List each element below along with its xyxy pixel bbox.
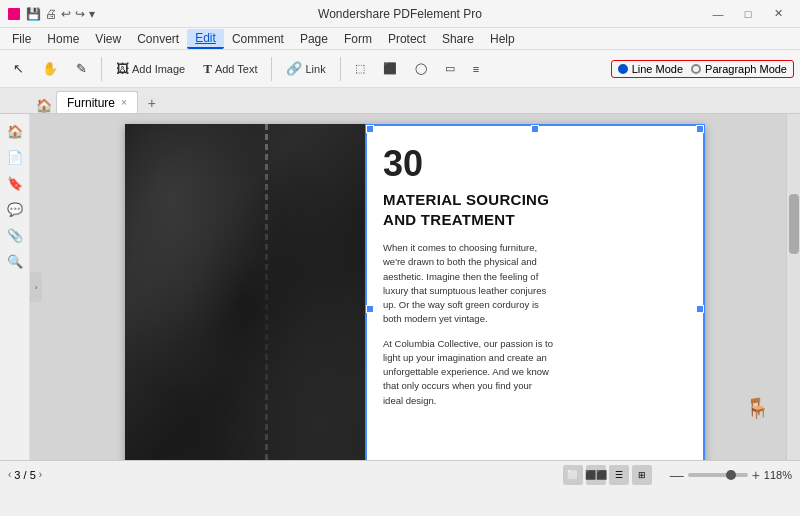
bates-icon: ≡ xyxy=(473,63,479,75)
search-sidebar-icon[interactable]: 🔍 xyxy=(4,250,26,272)
menu-page[interactable]: Page xyxy=(292,30,336,48)
add-image-label: Add Image xyxy=(132,63,185,75)
sep1 xyxy=(101,57,102,81)
crop-icon: ⬚ xyxy=(355,62,365,75)
redo-icon[interactable]: ↪ xyxy=(75,7,85,21)
add-text-label: Add Text xyxy=(215,63,258,75)
page-separator: / xyxy=(24,469,27,481)
zoom-level-label: 118% xyxy=(764,469,792,481)
menu-protect[interactable]: Protect xyxy=(380,30,434,48)
prev-page-button[interactable]: ‹ xyxy=(8,469,11,480)
menu-form[interactable]: Form xyxy=(336,30,380,48)
home-tab-icon: 🏠 xyxy=(36,98,52,113)
bookmarks-sidebar-icon[interactable]: 🔖 xyxy=(4,172,26,194)
bates-button[interactable]: ≡ xyxy=(466,59,486,79)
link-label: Link xyxy=(305,63,325,75)
single-page-view-button[interactable]: ⬜ xyxy=(563,465,583,485)
page-body-1: When it comes to choosing furniture, we'… xyxy=(383,241,687,327)
title-bar: 💾 🖨 ↩ ↪ ▾ Wondershare PDFelement Pro — □… xyxy=(0,0,800,28)
page-heading: MATERIAL SOURCING AND TREATMENT xyxy=(383,190,687,229)
chair-cursor-icon: 🪑 xyxy=(745,396,770,420)
paragraph-mode-radio[interactable] xyxy=(691,64,701,74)
two-page-view-button[interactable]: ⬛⬛ xyxy=(586,465,606,485)
menu-edit[interactable]: Edit xyxy=(187,29,224,49)
pan-icon: ✋ xyxy=(42,61,58,76)
comments-sidebar-icon[interactable]: 💬 xyxy=(4,198,26,220)
selection-handle-tm xyxy=(531,125,539,133)
add-text-icon: T xyxy=(203,61,212,77)
title-left: 💾 🖨 ↩ ↪ ▾ xyxy=(8,7,95,21)
menu-help[interactable]: Help xyxy=(482,30,523,48)
close-button[interactable]: ✕ xyxy=(764,4,792,24)
window-controls: — □ ✕ xyxy=(704,4,792,24)
menu-bar: File Home View Convert Edit Comment Page… xyxy=(0,28,800,50)
tab-close-button[interactable]: × xyxy=(121,97,127,108)
menu-comment[interactable]: Comment xyxy=(224,30,292,48)
scroll-view-button[interactable]: ☰ xyxy=(609,465,629,485)
selection-handle-tr xyxy=(696,125,704,133)
new-tab-button[interactable]: + xyxy=(142,93,162,113)
redact-tool-button[interactable]: ⬛ xyxy=(376,58,404,79)
dropdown-arrow[interactable]: ▾ xyxy=(89,7,95,21)
leather-overlay xyxy=(125,124,365,460)
zoom-slider-thumb[interactable] xyxy=(726,470,736,480)
pdf-page: 30 MATERIAL SOURCING AND TREATMENT When … xyxy=(125,124,705,460)
add-image-button[interactable]: 🖼 Add Image xyxy=(109,57,192,80)
link-icon: 🔗 xyxy=(286,61,302,76)
sep3 xyxy=(340,57,341,81)
undo-icon[interactable]: ↩ xyxy=(61,7,71,21)
attachments-sidebar-icon[interactable]: 📎 xyxy=(4,224,26,246)
next-page-button[interactable]: › xyxy=(39,469,42,480)
sep2 xyxy=(271,57,272,81)
page-indicator: 3 / 5 xyxy=(14,469,35,481)
tab-bar: 🏠 Furniture × + xyxy=(0,88,800,114)
vertical-scrollbar[interactable] xyxy=(786,114,800,460)
zoom-in-button[interactable]: + xyxy=(752,467,760,483)
main-area: 🏠 📄 🔖 💬 📎 🔍 › xyxy=(0,114,800,460)
line-mode-radio[interactable] xyxy=(618,64,628,74)
grid-view-button[interactable]: ⊞ xyxy=(632,465,652,485)
select-tool-button[interactable]: ↖ xyxy=(6,57,31,80)
zoom-area: — + 118% xyxy=(670,467,792,483)
selection-handle-mr xyxy=(696,305,704,313)
minimize-button[interactable]: — xyxy=(704,4,732,24)
sidebar-collapse-arrow[interactable]: › xyxy=(30,272,42,302)
edit-icon: ✎ xyxy=(76,61,87,76)
edit-tool-button[interactable]: ✎ xyxy=(69,57,94,80)
menu-view[interactable]: View xyxy=(87,30,129,48)
pan-tool-button[interactable]: ✋ xyxy=(35,57,65,80)
watermark-tool-button[interactable]: ◯ xyxy=(408,58,434,79)
edit-mode-selector: Line Mode Paragraph Mode xyxy=(611,60,794,78)
app-icon xyxy=(8,8,20,20)
home-sidebar-icon[interactable]: 🏠 xyxy=(4,120,26,142)
pages-sidebar-icon[interactable]: 📄 xyxy=(4,146,26,168)
zoom-out-button[interactable]: — xyxy=(670,467,684,483)
menu-home[interactable]: Home xyxy=(39,30,87,48)
header-icon: ▭ xyxy=(445,62,455,75)
page-body-2: At Columbia Collective, our passion is t… xyxy=(383,337,687,408)
paragraph-mode-option[interactable]: Paragraph Mode xyxy=(691,63,787,75)
add-text-button[interactable]: T Add Text xyxy=(196,57,264,81)
page-text-content: 30 MATERIAL SOURCING AND TREATMENT When … xyxy=(365,124,705,460)
furniture-tab[interactable]: Furniture × xyxy=(56,91,138,113)
save-quick-icon[interactable]: 💾 xyxy=(26,7,41,21)
redact-icon: ⬛ xyxy=(383,62,397,75)
link-button[interactable]: 🔗 Link xyxy=(279,57,332,80)
menu-share[interactable]: Share xyxy=(434,30,482,48)
line-mode-label: Line Mode xyxy=(632,63,683,75)
header-footer-button[interactable]: ▭ xyxy=(438,58,462,79)
page-image xyxy=(125,124,365,460)
crop-tool-button[interactable]: ⬚ xyxy=(348,58,372,79)
menu-convert[interactable]: Convert xyxy=(129,30,187,48)
zoom-slider[interactable] xyxy=(688,473,748,477)
paragraph-mode-label: Paragraph Mode xyxy=(705,63,787,75)
scrollbar-thumb[interactable] xyxy=(789,194,799,254)
line-mode-option[interactable]: Line Mode xyxy=(618,63,683,75)
selection-handle-ml xyxy=(366,305,374,313)
watermark-icon: ◯ xyxy=(415,62,427,75)
maximize-button[interactable]: □ xyxy=(734,4,762,24)
menu-file[interactable]: File xyxy=(4,30,39,48)
print-quick-icon[interactable]: 🖨 xyxy=(45,7,57,21)
add-image-icon: 🖼 xyxy=(116,61,129,76)
left-sidebar: 🏠 📄 🔖 💬 📎 🔍 xyxy=(0,114,30,460)
